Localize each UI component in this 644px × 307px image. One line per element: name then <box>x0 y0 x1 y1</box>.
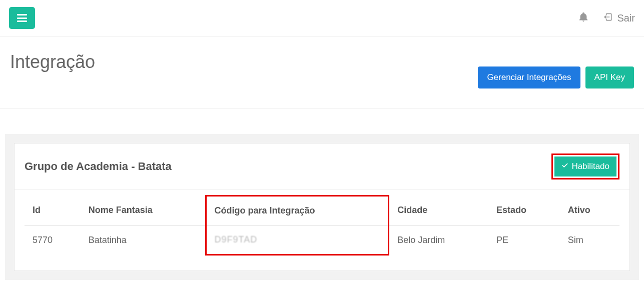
cell-codigo: D9F9TAD <box>206 226 389 255</box>
menu-toggle-button[interactable] <box>9 7 35 29</box>
topbar-right: Sair <box>578 12 635 24</box>
manage-integrations-button[interactable]: Gerenciar Integrações <box>478 66 580 88</box>
hamburger-icon <box>17 14 27 22</box>
status-label: Habilitado <box>571 162 609 172</box>
col-cidade: Cidade <box>389 196 488 226</box>
codigo-value: D9F9TAD <box>215 234 258 244</box>
card-body: Id Nome Fantasia Código para Integração … <box>15 190 629 270</box>
status-highlight: Habilitado <box>551 154 619 180</box>
logout-label: Sair <box>617 12 635 24</box>
col-id: Id <box>25 196 81 226</box>
bell-icon[interactable] <box>578 12 589 24</box>
logout-link[interactable]: Sair <box>603 12 635 24</box>
col-codigo: Código para Integração <box>206 196 389 226</box>
cell-ativo: Sim <box>560 226 619 255</box>
logout-icon <box>603 12 613 24</box>
card-title: Grupo de Academia - Batata <box>25 160 172 173</box>
cell-cidade: Belo Jardim <box>389 226 488 255</box>
api-key-button[interactable]: API Key <box>585 66 634 88</box>
page-header: Integração Gerenciar Integrações API Key <box>0 36 644 109</box>
content: Grupo de Academia - Batata Habilitado Id <box>0 109 644 280</box>
page-title: Integração <box>10 52 95 72</box>
status-enabled-button[interactable]: Habilitado <box>554 156 616 176</box>
header-actions: Gerenciar Integrações API Key <box>478 66 634 88</box>
top-bar: Sair <box>0 0 644 36</box>
integrations-table: Id Nome Fantasia Código para Integração … <box>25 195 619 256</box>
cell-estado: PE <box>488 226 560 255</box>
panel: Grupo de Academia - Batata Habilitado Id <box>5 134 639 280</box>
table-row: 5770 Batatinha D9F9TAD Belo Jardim PE Si… <box>25 226 619 255</box>
card-header: Grupo de Academia - Batata Habilitado <box>15 144 629 190</box>
cell-nome: Batatinha <box>81 226 206 255</box>
card: Grupo de Academia - Batata Habilitado Id <box>14 143 630 271</box>
col-ativo: Ativo <box>560 196 619 226</box>
cell-id: 5770 <box>25 226 81 255</box>
table-header-row: Id Nome Fantasia Código para Integração … <box>25 196 619 226</box>
check-icon <box>561 162 568 172</box>
col-nome: Nome Fantasia <box>81 196 206 226</box>
col-estado: Estado <box>488 196 560 226</box>
